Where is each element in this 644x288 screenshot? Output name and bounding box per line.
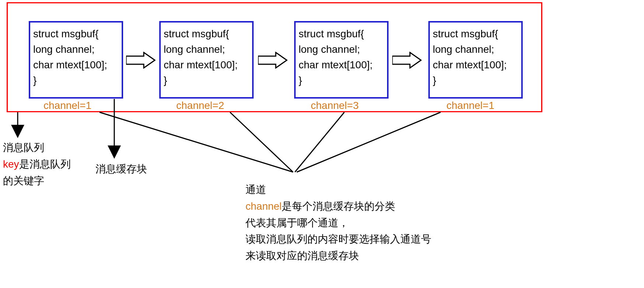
channel-label-line2: channel是每个消息缓存块的分类	[246, 198, 431, 215]
struct-close: }	[299, 73, 384, 88]
block-label: 消息缓存块	[95, 163, 147, 175]
struct-field-channel: long channel;	[433, 42, 518, 57]
queue-label-line3: 的关键字	[3, 173, 71, 189]
struct-decl: struct msgbuf{	[33, 26, 119, 42]
struct-close: }	[164, 73, 249, 88]
connector-line	[297, 112, 441, 172]
channel-label-line4: 读取消息队列的内容时要选择输入通道号	[246, 231, 431, 248]
svg-marker-2	[392, 52, 421, 68]
channel-label-1: channel=1	[43, 100, 91, 112]
svg-marker-1	[258, 52, 287, 68]
channel-label-line2-suffix: 是每个消息缓存块的分类	[282, 200, 395, 212]
msg-block-1: struct msgbuf{ long channel; char mtext[…	[29, 21, 123, 99]
struct-decl: struct msgbuf{	[164, 26, 249, 42]
channel-label-line5: 来读取对应的消息缓存块	[246, 248, 431, 264]
struct-field-mtext: char mtext[100];	[164, 57, 249, 73]
svg-marker-0	[126, 52, 155, 68]
arrow-icon	[258, 52, 288, 69]
struct-field-channel: long channel;	[299, 42, 384, 57]
queue-label-line2: key是消息队列	[3, 156, 71, 173]
channel-label-2: channel=2	[176, 100, 224, 112]
struct-close: }	[33, 73, 119, 88]
struct-close: }	[433, 73, 518, 88]
channel-label-line3: 代表其属于哪个通道，	[246, 215, 431, 232]
msg-block-3: struct msgbuf{ long channel; char mtext[…	[294, 21, 389, 99]
struct-field-mtext: char mtext[100];	[299, 57, 384, 73]
queue-annotation: 消息队列 key是消息队列 的关键字	[3, 140, 71, 189]
queue-label-line1: 消息队列	[3, 140, 71, 156]
channel-label-4: channel=1	[446, 100, 494, 112]
arrow-icon	[392, 52, 422, 69]
block-annotation: 消息缓存块	[95, 161, 147, 178]
msg-block-2: struct msgbuf{ long channel; char mtext[…	[159, 21, 254, 99]
connector-line	[295, 112, 344, 172]
connector-line	[230, 112, 293, 172]
struct-field-mtext: char mtext[100];	[433, 57, 518, 73]
struct-decl: struct msgbuf{	[299, 26, 384, 42]
channel-keyword: channel	[246, 200, 282, 212]
arrow-icon	[126, 52, 156, 69]
struct-decl: struct msgbuf{	[433, 26, 518, 42]
channel-label-3: channel=3	[311, 100, 359, 112]
struct-field-channel: long channel;	[164, 42, 249, 57]
queue-label-line2-suffix: 是消息队列	[19, 158, 71, 170]
struct-field-mtext: char mtext[100];	[33, 57, 119, 73]
channel-annotation: 通道 channel是每个消息缓存块的分类 代表其属于哪个通道， 读取消息队列的…	[246, 182, 431, 264]
channel-label-line1: 通道	[246, 182, 431, 198]
struct-field-channel: long channel;	[33, 42, 119, 57]
key-keyword: key	[3, 158, 19, 170]
msg-block-4: struct msgbuf{ long channel; char mtext[…	[428, 21, 523, 99]
